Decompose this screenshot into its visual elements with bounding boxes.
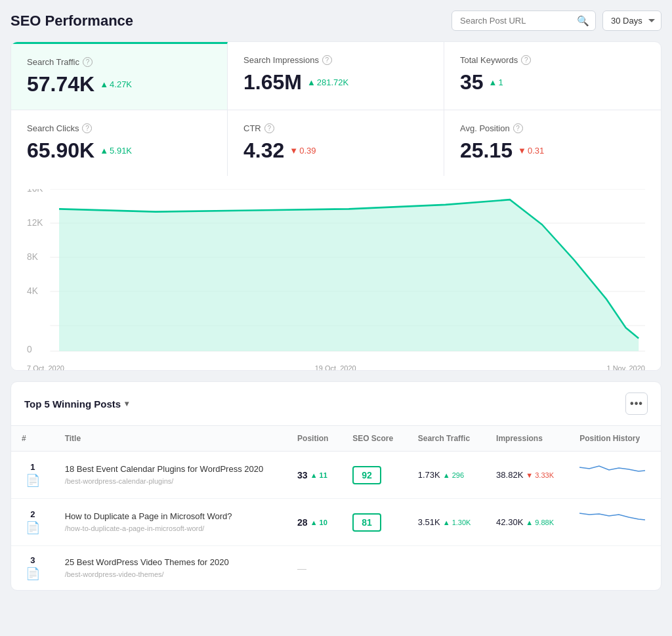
ctr-help-icon[interactable]: ? <box>264 123 274 133</box>
svg-text:4K: 4K <box>27 286 38 297</box>
posts-title-button[interactable]: Top 5 Winning Posts ▾ <box>24 398 129 410</box>
total-keywords-help-icon[interactable]: ? <box>521 55 531 65</box>
chevron-down-icon: ▾ <box>125 399 129 408</box>
posts-table: # Title Position SEO Score Search Traffi… <box>11 426 661 590</box>
col-title: Title <box>54 426 287 452</box>
svg-text:16K: 16K <box>27 189 43 194</box>
table-row: 2 📄 How to Duplicate a Page in Microsoft… <box>11 499 661 546</box>
search-impressions-delta: ▲ 281.72K <box>307 77 348 87</box>
mini-chart-2 <box>579 508 645 534</box>
metric-search-clicks-label: Search Clicks <box>27 123 79 133</box>
search-impressions-value: 1.65M <box>243 70 302 95</box>
metric-avg-position: Avg. Position ? 25.15 ▼ 0.31 <box>444 110 661 176</box>
svg-text:8K: 8K <box>27 251 38 263</box>
mini-chart-1 <box>579 461 645 487</box>
search-url-wrapper: 🔍 <box>452 11 596 31</box>
traffic-chart: 16K 12K 8K 4K 0 <box>27 189 645 360</box>
posts-section: Top 5 Winning Posts ▾ ••• # Title Positi… <box>10 381 662 591</box>
search-clicks-help-icon[interactable]: ? <box>82 123 92 133</box>
col-position: Position <box>287 426 342 452</box>
posts-title-label: Top 5 Winning Posts <box>24 398 121 410</box>
row-seo-score-cell: 92 <box>342 452 408 499</box>
row-rank-cell: 3 📄 <box>11 546 54 591</box>
metric-avg-position-label: Avg. Position <box>460 123 510 133</box>
page-title: SEO Performance <box>10 12 133 30</box>
row-title-cell: How to Duplicate a Page in Microsoft Wor… <box>54 499 287 546</box>
svg-text:0: 0 <box>27 344 32 355</box>
more-options-button[interactable]: ••• <box>625 392 648 415</box>
posts-table-body: 1 📄 18 Best Event Calendar Plugins for W… <box>11 452 661 591</box>
row-rank-cell: 1 📄 <box>11 452 54 499</box>
row-position-cell: 33 ▲ 11 <box>287 452 342 499</box>
row-position-cell: 28 ▲ 10 <box>287 499 342 546</box>
metric-search-traffic-label: Search Traffic <box>27 57 79 67</box>
col-seo-score: SEO Score <box>342 426 408 452</box>
chart-section: 16K 12K 8K 4K 0 7 Oct, 2020 19 Oct, 2020… <box>11 176 661 370</box>
header-controls: 🔍 30 Days 7 Days 90 Days 1 Year <box>452 11 662 31</box>
search-clicks-delta: ▲ 5.91K <box>100 146 132 156</box>
doc-icon: 📄 <box>26 566 40 581</box>
table-row: 1 📄 18 Best Event Calendar Plugins for W… <box>11 452 661 499</box>
posts-table-head: # Title Position SEO Score Search Traffi… <box>11 426 661 452</box>
total-keywords-value: 35 <box>460 70 484 95</box>
row-position-history-cell <box>569 499 661 546</box>
search-clicks-value: 65.90K <box>27 138 94 163</box>
row-impressions-cell: 42.30K ▲ 9.88K <box>486 499 569 546</box>
row-impressions-cell: 38.82K ▼ 3.33K <box>486 452 569 499</box>
doc-icon: 📄 <box>26 473 40 488</box>
metrics-grid: Search Traffic ? 57.74K ▲ 4.27K Search I… <box>11 42 661 176</box>
row-rank-cell: 2 📄 <box>11 499 54 546</box>
row-empty: — <box>287 546 661 591</box>
page-header: SEO Performance 🔍 30 Days 7 Days 90 Days… <box>10 11 662 31</box>
search-impressions-help-icon[interactable]: ? <box>322 55 332 65</box>
col-hash: # <box>11 426 54 452</box>
metric-search-impressions-label: Search Impressions <box>243 55 319 65</box>
days-select[interactable]: 30 Days 7 Days 90 Days 1 Year <box>602 11 662 31</box>
chart-area: 16K 12K 8K 4K 0 7 Oct, 2020 19 Oct, 2020… <box>27 189 645 360</box>
ctr-delta: ▼ 0.39 <box>289 146 316 156</box>
chart-x-labels: 7 Oct, 2020 19 Oct, 2020 1 Nov, 2020 <box>27 364 645 371</box>
row-traffic-cell: 1.73K ▲ 296 <box>408 452 486 499</box>
row-seo-score-cell: 81 <box>342 499 408 546</box>
metric-search-clicks: Search Clicks ? 65.90K ▲ 5.91K <box>11 110 228 176</box>
total-keywords-delta: ▲ 1 <box>489 77 503 87</box>
metric-search-impressions: Search Impressions ? 1.65M ▲ 281.72K <box>228 42 444 110</box>
chart-x-label-start: 7 Oct, 2020 <box>27 364 64 371</box>
row-title-cell: 18 Best Event Calendar Plugins for WordP… <box>54 452 287 499</box>
row-position-history-cell <box>569 452 661 499</box>
metric-total-keywords: Total Keywords ? 35 ▲ 1 <box>444 42 661 110</box>
metrics-section: Search Traffic ? 57.74K ▲ 4.27K Search I… <box>10 41 662 371</box>
search-traffic-help-icon[interactable]: ? <box>83 57 93 67</box>
svg-text:12K: 12K <box>27 217 43 228</box>
metric-search-traffic: Search Traffic ? 57.74K ▲ 4.27K <box>11 42 228 110</box>
metric-total-keywords-label: Total Keywords <box>460 55 518 65</box>
metric-ctr: CTR ? 4.32 ▼ 0.39 <box>228 110 444 176</box>
chart-x-label-mid: 19 Oct, 2020 <box>315 364 356 371</box>
col-impressions: Impressions <box>486 426 569 452</box>
avg-position-help-icon[interactable]: ? <box>513 123 523 133</box>
svg-marker-11 <box>59 200 639 351</box>
ctr-value: 4.32 <box>243 138 284 163</box>
row-title-cell: 25 Best WordPress Video Themes for 2020 … <box>54 546 287 591</box>
chart-x-label-end: 1 Nov, 2020 <box>606 364 645 371</box>
search-traffic-value: 57.74K <box>27 72 94 96</box>
row-traffic-cell: 3.51K ▲ 1.30K <box>408 499 486 546</box>
doc-icon: 📄 <box>26 520 40 535</box>
posts-header: Top 5 Winning Posts ▾ ••• <box>11 382 661 426</box>
avg-position-value: 25.15 <box>460 138 513 163</box>
table-row: 3 📄 25 Best WordPress Video Themes for 2… <box>11 546 661 591</box>
metric-ctr-label: CTR <box>243 123 261 133</box>
search-traffic-delta: ▲ 4.27K <box>100 79 132 89</box>
col-search-traffic: Search Traffic <box>408 426 486 452</box>
col-position-history: Position History <box>569 426 661 452</box>
avg-position-delta: ▼ 0.31 <box>518 146 544 156</box>
more-icon: ••• <box>630 398 643 410</box>
search-url-input[interactable] <box>452 11 596 31</box>
